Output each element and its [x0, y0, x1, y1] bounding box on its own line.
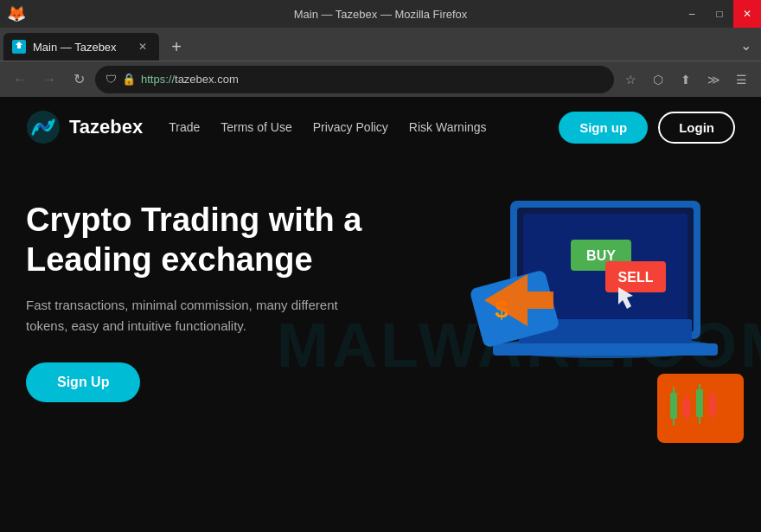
forward-button[interactable]: → [36, 67, 62, 93]
hero-text: Crypto Trading with a Leading exchange F… [26, 201, 424, 402]
window-title: Main — Tazebex — Mozilla Firefox [294, 8, 468, 21]
reload-button[interactable]: ↻ [66, 67, 92, 93]
security-shield-icon: 🛡 [106, 73, 117, 86]
svg-rect-21 [683, 400, 690, 415]
tab-favicon [12, 40, 26, 54]
svg-rect-19 [673, 387, 675, 394]
nav-actions: Sign up Login [559, 112, 735, 144]
new-tab-button[interactable]: + [163, 33, 190, 61]
browser-nav-bar: ← → ↻ 🛡 🔒 https://tazebex.com ☆ ⬡ ⬆ ≫ ☰ [0, 61, 761, 97]
svg-rect-28 [712, 390, 713, 395]
url-display: https://tazebex.com [141, 73, 239, 86]
svg-rect-26 [699, 417, 700, 424]
hero-illustration: BUY SELL $ [458, 175, 752, 503]
svg-rect-12 [493, 343, 718, 356]
nav-links: Trade Terms of Use Privacy Policy Risk W… [169, 120, 559, 134]
svg-rect-18 [670, 393, 677, 419]
hero-signup-button[interactable]: Sign Up [26, 362, 140, 402]
container-button[interactable]: ⬡ [645, 67, 671, 93]
nav-privacy[interactable]: Privacy Policy [313, 120, 388, 134]
share-button[interactable]: ⬆ [673, 67, 699, 93]
svg-rect-23 [686, 415, 687, 421]
back-button[interactable]: ← [7, 67, 33, 93]
toolbar-actions: ☆ ⬡ ⬆ ≫ ☰ [617, 67, 754, 93]
navbar-signup-button[interactable]: Sign up [559, 112, 648, 144]
minimize-button[interactable]: – [678, 0, 706, 28]
hero-subtitle: Fast transactions, minimal commission, m… [26, 295, 355, 337]
tab-overflow-button[interactable]: ⌄ [733, 33, 758, 57]
svg-rect-27 [709, 395, 716, 414]
nav-terms[interactable]: Terms of Use [221, 120, 291, 134]
site-navbar: Tazebex Trade Terms of Use Privacy Polic… [0, 97, 761, 157]
svg-point-2 [48, 121, 53, 125]
svg-rect-20 [673, 419, 675, 426]
active-tab[interactable]: Main — Tazebex ✕ [3, 33, 159, 61]
nav-risk[interactable]: Risk Warnings [409, 120, 487, 134]
svg-rect-22 [686, 394, 687, 400]
svg-text:SELL: SELL [618, 270, 654, 285]
website-content: Tazebex Trade Terms of Use Privacy Polic… [0, 97, 761, 532]
main-menu-button[interactable]: ☰ [728, 67, 754, 93]
logo-text: Tazebex [69, 116, 143, 138]
logo-icon [26, 110, 61, 144]
site-logo: Tazebex [26, 110, 143, 144]
nav-trade[interactable]: Trade [169, 120, 200, 134]
tab-bar: Main — Tazebex ✕ + ⌄ [0, 28, 761, 61]
navbar-login-button[interactable]: Login [658, 112, 735, 144]
close-button[interactable]: ✕ [733, 0, 761, 28]
tab-close-button[interactable]: ✕ [135, 39, 150, 54]
svg-point-1 [35, 127, 39, 131]
title-bar: 🦊 Main — Tazebex — Mozilla Firefox – □ ✕ [0, 0, 761, 28]
hero-section: Crypto Trading with a Leading exchange F… [0, 157, 761, 532]
hero-title: Crypto Trading with a Leading exchange [26, 201, 424, 279]
svg-rect-25 [699, 384, 700, 389]
tab-title: Main — Tazebex [33, 41, 117, 54]
maximize-button[interactable]: □ [706, 0, 733, 28]
firefox-logo: 🦊 [7, 4, 26, 23]
extensions-button[interactable]: ≫ [700, 67, 726, 93]
url-domain: tazebex.com [175, 73, 239, 86]
svg-rect-29 [712, 414, 713, 421]
lock-icon: 🔒 [122, 73, 136, 86]
address-bar[interactable]: 🛡 🔒 https://tazebex.com [95, 66, 614, 93]
url-protocol: https:// [141, 73, 175, 86]
window-controls: – □ ✕ [678, 0, 761, 28]
bookmark-button[interactable]: ☆ [617, 67, 643, 93]
svg-text:BUY: BUY [586, 248, 616, 263]
svg-rect-24 [696, 389, 703, 417]
